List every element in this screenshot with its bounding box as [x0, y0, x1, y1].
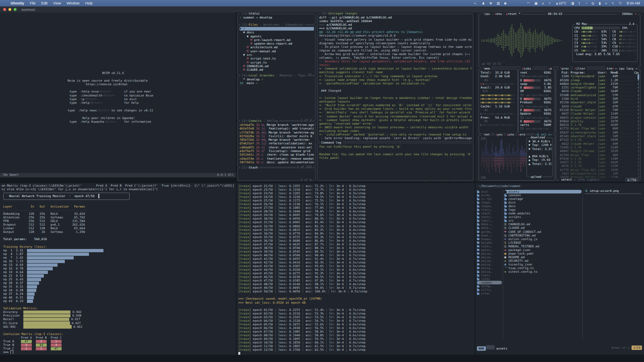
lazygit-commit-row[interactable]: a3e79af5 JG ○╯ fix(setup): remove grid	[239, 149, 314, 153]
file-item[interactable]: ✪SECURITY.md	[504, 259, 582, 263]
dir-item[interactable]: docs	[504, 204, 582, 208]
process-row[interactable]: 45141 mdworker_share juan 16M ........ 0…	[558, 134, 639, 138]
dir-item[interactable]: coverage	[504, 197, 582, 201]
btop-update-interval[interactable]: - 2000ms +	[617, 12, 638, 16]
process-row[interactable]: 80619 2.1.76 juan 469M ........ 0.0	[558, 123, 639, 127]
file-item[interactable]: ◫MANUAL_TESTBED.md	[504, 245, 582, 248]
close-button[interactable]	[3, 8, 6, 11]
parent-dir-item[interactable]: paisa…	[477, 255, 502, 259]
training-log-pane[interactable]: [train] epoch 21/50 | loss: 0.1355 | acc…	[237, 183, 475, 355]
minimize-button[interactable]	[8, 8, 11, 11]
process-row[interactable]: 41769 Wispr Flow juan 48M ........ 0.0	[558, 153, 639, 157]
process-row[interactable]: 49047 Google Chrome juan 101M ........ 0…	[558, 149, 639, 153]
file-item[interactable]: ⊛eslint.config.js	[504, 237, 582, 241]
display-icon[interactable]: ◨	[571, 1, 574, 5]
parent-dir-item[interactable]: xstar	[477, 292, 502, 295]
dir-item[interactable]: content	[504, 193, 582, 197]
parent-dir-item[interactable]: paisa…	[477, 266, 502, 270]
lazygit-file-row[interactable]: M user-manual.md	[239, 49, 314, 53]
parent-dir-item[interactable]: roots	[477, 274, 502, 277]
lazygit-file-row[interactable]: M architecture.md	[239, 45, 314, 49]
yazi-path-breadcrumb[interactable]: ~/Documents/code/summon	[479, 184, 520, 188]
weather-item[interactable]: ▲10°C	[555, 1, 566, 5]
fan-icon[interactable]: ♆	[548, 1, 551, 5]
menu-item-file[interactable]: File	[30, 1, 36, 5]
parent-dir-item[interactable]: kalpha	[477, 241, 502, 245]
process-row[interactable]: 4010 Claude juan 104M ........ 0.0	[558, 89, 639, 93]
lazygit-commit-row[interactable]: c6fdad7b JG ⊙╮ Merge branch 'worktree-ag…	[239, 123, 314, 127]
menu-item-help[interactable]: Help	[85, 1, 93, 5]
parent-dir-item[interactable]: paisa…	[477, 252, 502, 255]
parent-dir-item[interactable]: chapa…	[477, 204, 502, 208]
zoom-button[interactable]	[14, 8, 17, 11]
lazygit-commit-row[interactable]: 03f0d28a JG │○ fix(cli): doctor exits 0	[239, 134, 314, 138]
process-row[interactable]: 1019 cloudd juan 47M ........ 0.0	[558, 105, 639, 108]
lazygit-file-row[interactable]: ▼ agents	[239, 35, 314, 38]
battery-icon[interactable]: ▮	[599, 1, 601, 5]
process-row[interactable]: 1100 bird juan 36M ........ 0.0	[558, 97, 639, 101]
process-row[interactable]: 65120 Browser Helper juan 74M ........ 0…	[558, 108, 639, 112]
lazygit-branch-row[interactable]: * develop ✓	[239, 78, 314, 81]
lazygit-commit-row[interactable]: cd84a855 JG ○│ chore: annotate test-onl	[239, 146, 314, 149]
parent-dir-item[interactable]: termp…	[477, 284, 502, 288]
dir-item[interactable]: src	[504, 219, 582, 222]
wifi-icon[interactable]: ➴	[611, 1, 614, 5]
parent-dir-item[interactable]: archy	[477, 193, 502, 197]
file-item[interactable]: ▣tsconfig.json	[504, 263, 582, 266]
parent-dir-item[interactable]: coach	[477, 212, 502, 215]
btop-preset-button[interactable]: preset *	[505, 12, 522, 16]
lazygit-commit-row[interactable]: db2e55e8 JG │○ feat(setup): add truncati…	[239, 127, 314, 130]
lazygit-pane[interactable]: [1]─Status✓ summon → develop[2]─Files - …	[237, 12, 475, 182]
parent-dir-item[interactable]: deep-…	[477, 222, 502, 226]
parent-dir-item[interactable]: home-…	[477, 234, 502, 237]
lazygit-file-row[interactable]: ▼ /	[239, 27, 314, 31]
process-row[interactable]: 34915 plugin-contain juan 259M ........ …	[558, 116, 639, 119]
dropbox-icon[interactable]: ⩚	[542, 1, 544, 5]
process-row[interactable]: 45150 mdworker_share juan 16M ........ 0…	[558, 101, 639, 104]
lazygit-file-row[interactable]: M CHANGELOG.md	[239, 64, 314, 68]
btop-pane[interactable]: ¹cpumenupreset *08:34:43- 2000ms +up 5d …	[475, 12, 644, 182]
menu-item-view[interactable]: View	[53, 1, 61, 5]
parent-dir-item[interactable]: human…	[477, 237, 502, 241]
lazygit-status-line[interactable]: ✓ summon → develop	[239, 16, 314, 19]
dir-item[interactable]: node_modules	[504, 212, 582, 215]
file-item[interactable]: §LICENSE	[504, 241, 582, 245]
file-item[interactable]: ◫CLAUDE.md	[504, 226, 582, 230]
net-option-sync[interactable]: sync	[494, 133, 504, 137]
donate-link[interactable]: Donate	[425, 181, 436, 182]
proc-tree-toggle[interactable]: tree	[605, 67, 615, 71]
lazygit-commit-row[interactable]: d54b31ef JG │○│ refactor(validation): ex	[239, 142, 314, 145]
file-item[interactable]: ▣README.md	[504, 255, 582, 259]
lazygit-commit-row[interactable]: 5d51441c JG ○ chore: clean up blank-line…	[239, 153, 314, 156]
parent-dir-item[interactable]: openc…	[477, 248, 502, 252]
lazygit-branch-row[interactable]: 1d main ✓	[239, 81, 314, 85]
window-titlebar[interactable]: summon	[0, 6, 644, 12]
parent-dir-item[interactable]: chapa	[477, 201, 502, 204]
proc-header[interactable]: Pid: Program: User: MemB Cpu% ↑	[558, 71, 639, 74]
menu-item-ghostty[interactable]: Ghostty	[10, 1, 24, 5]
parent-dir-item[interactable]: cc-rpi	[477, 197, 502, 201]
process-row[interactable]: 85864 ghostty juan 297M ........ 0.1	[558, 119, 639, 123]
process-row[interactable]: 87122 2.1.76 juan 183M ........ 0.0	[558, 138, 639, 142]
lazygit-commit-row[interactable]: cff507db JG ⊙┤╮ Merge branch 'worktree-a…	[239, 131, 314, 134]
lazygit-file-row[interactable]: M update-docs-report.md	[239, 42, 314, 45]
user-switch-icon[interactable]: ♟	[482, 1, 485, 5]
file-item[interactable]: ♥CODE_OF_CONDUCT.md	[504, 230, 582, 234]
process-row[interactable]: 39457 2.1.76 juan 466M ........ 0.0	[558, 160, 639, 164]
parent-dir-item[interactable]: paisa…	[477, 259, 502, 263]
net-option-zero[interactable]: zero	[517, 133, 526, 137]
process-row[interactable]: 41770 Wispr Flow Hel juan 105M ........ …	[558, 168, 639, 172]
process-row[interactable]: 4022 Claude Helper juan 49M ........ 0.0	[558, 142, 639, 146]
process-row[interactable]: 87040 2.1.76 juan 138M ........ 0.0	[558, 157, 639, 160]
parent-dir-item[interactable]: summon	[477, 281, 502, 284]
screenshot-icon[interactable]: ◙	[504, 1, 506, 5]
process-row[interactable]: 45209 sleep juan 1.2M ........ 0.0	[558, 78, 639, 82]
nvim-pane[interactable]: NVIM v0.11.6 Nvim is open source and fre…	[0, 12, 236, 182]
file-item[interactable]: ▦pnpm-lock.yaml	[504, 252, 582, 255]
btop-menu-button[interactable]: menu	[493, 12, 503, 16]
snowflake-icon[interactable]: ✻	[489, 1, 492, 5]
lazygit-file-row[interactable]: ▼ docs	[239, 31, 314, 34]
user-icon[interactable]: ⚇	[619, 1, 622, 5]
parent-dir-item[interactable]: copil…	[477, 219, 502, 222]
menu-item-window[interactable]: Window	[66, 1, 79, 5]
